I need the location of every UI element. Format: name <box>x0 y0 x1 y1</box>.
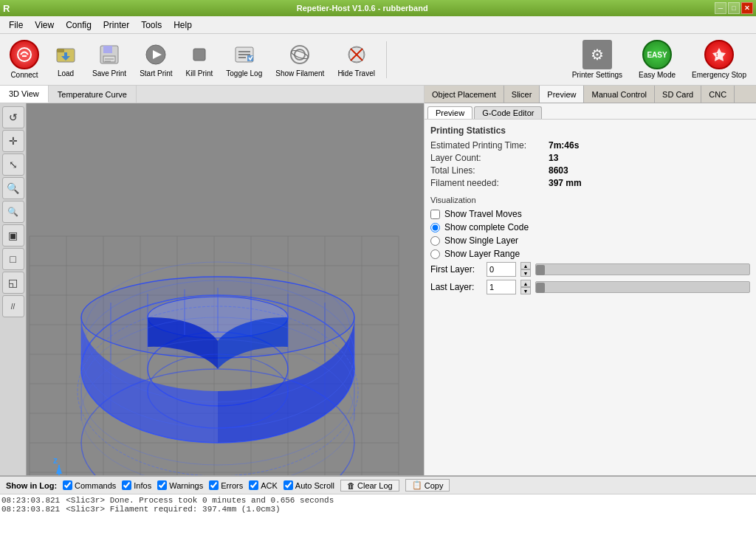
tab-object-placement[interactable]: Object Placement <box>425 86 504 103</box>
show-filament-icon <box>286 41 313 68</box>
view-front-tool[interactable]: ▣ <box>2 224 24 246</box>
estimated-time-row: Estimated Printing Time: 7m:46s <box>430 140 750 151</box>
scale-tool[interactable]: ⤡ <box>2 154 24 176</box>
first-layer-up[interactable]: ▲ <box>520 262 531 269</box>
printer-settings-icon: ⚙ <box>583 40 612 69</box>
warnings-label: Warnings <box>169 481 203 490</box>
visualization-section: Visualization Show Travel Moves Show com… <box>430 196 750 294</box>
kill-print-icon <box>186 41 213 68</box>
close-button[interactable]: ✕ <box>741 2 753 14</box>
warnings-checkbox[interactable] <box>157 480 167 490</box>
tab-preview[interactable]: Preview <box>540 86 584 103</box>
zoom-out-tool[interactable]: 🔍 <box>2 201 24 223</box>
easy-mode-icon: EASY <box>642 40 672 69</box>
move-tool[interactable]: ✛ <box>2 130 24 152</box>
infos-checkbox[interactable] <box>122 480 131 490</box>
errors-checkbox[interactable] <box>209 480 219 490</box>
show-complete-code-radio[interactable] <box>430 223 440 232</box>
easy-mode-button[interactable]: EASY Easy Mode <box>633 36 681 83</box>
hide-travel-button[interactable]: Hide Travel <box>332 38 380 81</box>
show-layer-range-label: Show Layer Range <box>444 249 520 259</box>
menu-printer[interactable]: Printer <box>97 18 135 32</box>
menu-help[interactable]: Help <box>168 18 198 32</box>
rotate-tool[interactable]: ↺ <box>2 106 24 128</box>
emergency-stop-button[interactable]: ! Emergency Stop <box>687 36 752 83</box>
log-line-1: 08:23:03.821 <Slic3r> Done. Process took… <box>1 496 755 505</box>
left-panel: 3D View Temperature Curve <box>0 86 425 475</box>
menu-config[interactable]: Config <box>60 18 97 32</box>
commands-checkbox[interactable] <box>63 480 72 490</box>
menu-tools[interactable]: Tools <box>135 18 168 32</box>
first-layer-spinner: ▲ ▼ <box>520 262 531 277</box>
tab-sd-card[interactable]: SD Card <box>655 86 701 103</box>
auto-scroll-filter: Auto Scroll <box>284 480 334 490</box>
preview-tab-preview[interactable]: Preview <box>427 106 472 119</box>
clear-log-button[interactable]: 🗑 Clear Log <box>340 480 399 492</box>
menu-view[interactable]: View <box>29 18 60 32</box>
printer-settings-button[interactable]: ⚙ Printer Settings <box>567 36 628 83</box>
load-button[interactable]: Load <box>47 38 84 81</box>
show-layer-range-item: Show Layer Range <box>430 249 750 259</box>
save-print-button[interactable]: Save Print <box>87 38 131 81</box>
errors-filter: Errors <box>209 480 243 490</box>
last-layer-down[interactable]: ▼ <box>520 287 531 294</box>
last-layer-slider[interactable] <box>535 281 750 293</box>
log-time-2: 08:23:03.821 <box>1 505 60 514</box>
ack-checkbox[interactable] <box>249 480 258 490</box>
window-controls: ─ □ ✕ <box>715 2 753 14</box>
show-complete-code-item: Show complete Code <box>430 222 750 232</box>
view-tabs: 3D View Temperature Curve <box>0 86 424 103</box>
last-layer-up[interactable]: ▲ <box>520 280 531 287</box>
zoom-in-tool[interactable]: 🔍 <box>2 177 24 199</box>
show-in-log-label: Show in Log: <box>6 481 57 490</box>
show-filament-button[interactable]: Show Filament <box>270 38 329 81</box>
log-line-2: 08:23:03.821 <Slic3r> Filament required:… <box>1 505 755 514</box>
copy-button[interactable]: 📋 Copy <box>405 479 450 492</box>
minimize-button[interactable]: ─ <box>715 2 726 14</box>
commands-filter: Commands <box>63 480 116 490</box>
svg-rect-2 <box>57 49 64 52</box>
copy-icon: 📋 <box>412 480 422 490</box>
start-print-icon <box>142 41 169 68</box>
show-travel-moves-label: Show Travel Moves <box>444 209 522 219</box>
svg-text:z: z <box>53 455 58 466</box>
view-side-tool[interactable]: ◱ <box>2 272 24 294</box>
first-layer-input[interactable] <box>487 262 516 277</box>
auto-scroll-checkbox[interactable] <box>284 480 293 490</box>
tab-temperature-curve[interactable]: Temperature Curve <box>49 86 137 103</box>
show-single-layer-label: Show Single Layer <box>444 235 518 246</box>
kill-print-button[interactable]: Kill Print <box>181 38 219 81</box>
commands-label: Commands <box>75 481 116 490</box>
first-layer-slider[interactable] <box>535 263 750 275</box>
maximize-button[interactable]: □ <box>728 2 740 14</box>
last-layer-row: Last Layer: ▲ ▼ <box>430 280 750 294</box>
clear-log-icon: 🗑 <box>347 481 355 490</box>
menu-bar: File View Config Printer Tools Help <box>0 16 756 34</box>
emergency-stop-icon: ! <box>704 40 734 69</box>
connect-button[interactable]: Connect <box>4 36 44 83</box>
total-lines-row: Total Lines: 8603 <box>430 165 750 176</box>
ack-label: ACK <box>261 481 278 490</box>
show-single-layer-radio[interactable] <box>430 236 440 246</box>
log-messages: 08:23:03.821 <Slic3r> Done. Process took… <box>0 494 756 538</box>
last-layer-input[interactable] <box>487 280 516 294</box>
show-travel-moves-item: Show Travel Moves <box>430 209 750 219</box>
tab-manual-control[interactable]: Manual Control <box>584 86 655 103</box>
svg-point-15 <box>291 49 309 61</box>
svg-text:!: ! <box>716 52 718 58</box>
preview-tab-gcode-editor[interactable]: G-Code Editor <box>474 106 542 119</box>
menu-file[interactable]: File <box>3 18 29 32</box>
show-single-layer-item: Show Single Layer <box>430 235 750 246</box>
tab-cnc[interactable]: CNC <box>701 86 735 103</box>
view-top-tool[interactable]: □ <box>2 248 24 270</box>
start-print-button[interactable]: Start Print <box>134 38 177 81</box>
show-travel-moves-checkbox[interactable] <box>430 210 440 219</box>
toggle-log-button[interactable]: Toggle Log <box>221 38 267 81</box>
tab-slicer[interactable]: Slicer <box>504 86 540 103</box>
show-layer-range-radio[interactable] <box>430 249 440 259</box>
tab-3d-view[interactable]: 3D View <box>0 86 49 103</box>
app-title: Repetier-Host V1.0.6 - rubberband <box>10 4 715 13</box>
first-layer-down[interactable]: ▼ <box>520 269 531 277</box>
grid-tool[interactable]: // <box>2 295 24 317</box>
3d-viewport: x z y <box>0 103 424 475</box>
